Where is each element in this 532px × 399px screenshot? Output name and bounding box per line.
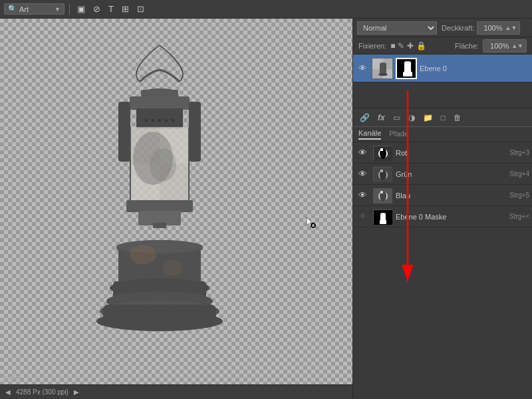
- svg-rect-57: [380, 170, 383, 172]
- layer-mask-thumb-0: [396, 58, 417, 79]
- link-layers-btn[interactable]: 🔗: [357, 112, 372, 124]
- toolbar-icon-2[interactable]: ⊘: [90, 3, 103, 15]
- lock-paint-btn[interactable]: ✎: [398, 41, 404, 51]
- toolbar-icon-4[interactable]: ⊞: [119, 3, 132, 15]
- layer-visibility-0[interactable]: 👁: [356, 63, 369, 73]
- channel-blau-thumb: [373, 188, 392, 203]
- status-dimensions: 4288 Px (300 ppi): [16, 388, 68, 396]
- channel-rot-visibility[interactable]: 👁: [356, 148, 369, 158]
- channel-blau-visibility[interactable]: 👁: [356, 190, 369, 200]
- tab-paths[interactable]: Pfade: [389, 130, 408, 139]
- opacity-input[interactable]: [480, 23, 505, 33]
- layer-thumb-content-0: [372, 59, 392, 78]
- svg-rect-61: [380, 191, 383, 194]
- svg-rect-3: [118, 102, 130, 162]
- search-input[interactable]: [19, 5, 53, 13]
- channel-mask-thumb: [373, 209, 392, 224]
- svg-point-9: [165, 119, 168, 122]
- svg-point-44: [378, 73, 388, 76]
- fx-btn[interactable]: fx: [375, 112, 388, 124]
- svg-rect-22: [153, 223, 166, 228]
- toolbar-icon-3[interactable]: T: [106, 3, 116, 15]
- main-content: s.de ◀ 4288 Px (300 ppi) ▶ Normal Deckkr…: [0, 19, 532, 399]
- channel-rot-thumb: [373, 146, 392, 160]
- opacity-label: Deckkraft:: [442, 24, 475, 32]
- svg-rect-20: [126, 200, 193, 212]
- svg-point-6: [145, 119, 148, 122]
- lock-move-btn[interactable]: ✚: [407, 41, 414, 51]
- canvas-area: s.de ◀ 4288 Px (300 ppi) ▶: [0, 19, 352, 399]
- fill-spinner[interactable]: ▲▼: [511, 43, 523, 49]
- channels-header: Kanäle Pfade: [353, 126, 532, 142]
- channel-gruen-shortcut: Strg+4: [509, 170, 529, 178]
- channel-rot-name: Rot: [396, 149, 505, 157]
- svg-rect-49: [403, 72, 412, 76]
- toolbar-icon-1[interactable]: ▣: [74, 3, 88, 15]
- channel-gruen-name: Grün: [396, 170, 505, 178]
- blend-opacity-row: Normal Deckkraft: ▲▼: [353, 19, 532, 37]
- channel-ebene0-maske[interactable]: 👁 Ebene 0 Maske Strg+<: [353, 206, 532, 227]
- status-bar: ◀ 4288 Px (300 ppi) ▶: [0, 384, 352, 399]
- channel-mask-visibility[interactable]: 👁: [356, 211, 369, 221]
- svg-point-33: [163, 260, 183, 276]
- svg-rect-47: [404, 63, 411, 72]
- svg-rect-2: [130, 96, 190, 110]
- adjustment-btn[interactable]: ◑: [406, 112, 418, 124]
- svg-point-32: [130, 245, 156, 265]
- tab-channels[interactable]: Kanäle: [358, 129, 381, 140]
- lock-label: Fixieren:: [358, 42, 386, 50]
- svg-rect-4: [189, 102, 201, 162]
- status-nav-right[interactable]: ▶: [74, 388, 79, 396]
- channel-blau[interactable]: 👁 Blau Strg+5: [353, 185, 532, 206]
- toolbar-icon-5[interactable]: ⊡: [134, 3, 147, 15]
- group-btn[interactable]: 📁: [420, 112, 436, 124]
- svg-rect-43: [380, 64, 386, 74]
- svg-point-17: [150, 148, 176, 182]
- layer-thumb-0: [372, 58, 393, 79]
- add-mask-btn[interactable]: ▭: [390, 112, 403, 124]
- fill-label: Fläche:: [455, 42, 479, 50]
- layers-list: 👁: [353, 55, 532, 108]
- svg-rect-66: [380, 221, 386, 224]
- opacity-spinner[interactable]: ▲▼: [505, 25, 517, 31]
- svg-point-25: [116, 240, 203, 253]
- svg-point-31: [96, 311, 223, 331]
- right-panel: Normal Deckkraft: ▲▼ Fixieren: ■ ✎ ✚ 🔒 F…: [352, 19, 532, 399]
- canvas-image: [47, 32, 273, 378]
- svg-point-8: [158, 119, 161, 122]
- watermark: s.de: [3, 372, 20, 382]
- svg-point-10: [172, 119, 174, 122]
- top-toolbar: 🔍 ▼ ▣ ⊘ T ⊞ ⊡: [0, 0, 532, 19]
- channel-rot[interactable]: 👁 Rot Strg+3: [353, 142, 532, 164]
- lock-pixel-btn[interactable]: ■: [390, 41, 395, 51]
- layer-item-0[interactable]: 👁: [353, 55, 532, 82]
- lock-icons: ■ ✎ ✚ 🔒: [390, 41, 426, 51]
- fill-input[interactable]: [486, 41, 511, 51]
- lantern-svg: [60, 42, 259, 368]
- layers-bottom-toolbar: 🔗 fx ▭ ◑ 📁 □ 🗑: [353, 108, 532, 126]
- channel-mask-shortcut: Strg+<: [509, 213, 529, 220]
- lock-fill-row: Fixieren: ■ ✎ ✚ 🔒 Fläche: ▲▼: [353, 37, 532, 55]
- channel-gruen-visibility[interactable]: 👁: [356, 169, 369, 179]
- channel-rot-shortcut: Strg+3: [509, 149, 529, 156]
- channel-blau-shortcut: Strg+5: [509, 192, 529, 199]
- search-box[interactable]: 🔍 ▼: [4, 3, 65, 15]
- svg-rect-53: [380, 148, 383, 151]
- channel-gruen-thumb: [373, 167, 392, 182]
- delete-layer-btn[interactable]: 🗑: [451, 112, 464, 124]
- svg-rect-5: [136, 108, 183, 128]
- blend-mode-select[interactable]: Normal: [357, 21, 437, 35]
- lock-all-btn[interactable]: 🔒: [416, 41, 426, 51]
- channels-list: 👁 Rot Strg+3 👁: [353, 142, 532, 227]
- layer-name-0: Ebene 0: [420, 65, 529, 72]
- status-nav-left[interactable]: ◀: [5, 388, 11, 396]
- new-layer-btn[interactable]: □: [438, 112, 448, 124]
- channel-blau-name: Blau: [396, 192, 505, 200]
- search-icon: 🔍: [8, 5, 17, 13]
- channel-gruen[interactable]: 👁 Grün Strg+4: [353, 164, 532, 185]
- separator: [69, 3, 70, 15]
- svg-point-7: [152, 119, 154, 122]
- channel-mask-name: Ebene 0 Maske: [396, 213, 505, 221]
- dropdown-icon[interactable]: ▼: [55, 6, 61, 13]
